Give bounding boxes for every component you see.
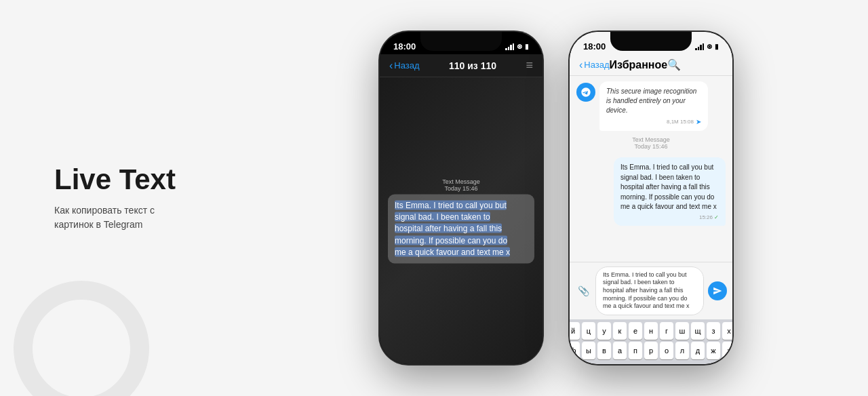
phone2-status-bar: 18:00 ⊛ ▮ [570,32,732,54]
send-icon [713,286,722,296]
phone1-frame: 18:00 ⊛ ▮ ‹ [380,32,542,364]
phone2-battery-icon: ▮ [715,43,719,50]
phone1-status-bar: 18:00 ⊛ ▮ [380,32,542,54]
key-в[interactable]: в [597,342,611,359]
phone1-highlight4: morning. If possible can you do [395,235,507,245]
key-г[interactable]: г [660,322,673,340]
phone2-search-icon[interactable]: 🔍 [667,58,681,71]
phone2-input-text: Its Emma. I tried to call you but signal… [603,271,696,311]
phone2-checkmark: ✓ [714,214,719,220]
phone2-msg-time: 15:26 ✓ [620,214,719,220]
phone1-msg-bubble: Its Emma. I tried to call you but signal… [388,194,534,264]
phone2-back-button[interactable]: ‹ Назад [579,60,610,71]
phone1-back-label: Назад [394,60,419,71]
keyboard-row-1: й ц у к е н г ш щ з х [571,322,731,340]
phone2-info-meta: 8,1M 15:08 ➤ [606,118,701,125]
key-ш[interactable]: ш [675,322,689,340]
key-э[interactable]: э [722,342,732,359]
left-section: Live Text Как копировать текст с картино… [0,0,244,396]
phone1-highlight5: me a quick favour and text me x [395,248,510,257]
key-щ[interactable]: щ [691,322,705,340]
phone1-signal [505,43,514,50]
key-д[interactable]: д [691,342,705,359]
phone2-input-row: 📎 Its Emma. I tried to call you but sign… [575,266,727,315]
phone1-image-placeholder: Text Message Today 15:46 Its Emma. I tri… [380,77,542,364]
phone1-back-button[interactable]: ‹ Назад [389,60,420,71]
key-ф[interactable]: ф [570,342,580,359]
phone2-frame: 18:00 ⊛ ▮ ‹ [570,32,732,364]
key-й[interactable]: й [570,322,580,340]
decorative-circle [14,281,149,396]
phone2-signal [695,43,704,50]
phone2-info-bubble: This secure image recognition is handled… [576,81,726,131]
phone2-input-field[interactable]: Its Emma. I tried to call you but signal… [595,266,704,315]
phone2-input-area: 📎 Its Emma. I tried to call you but sign… [570,262,732,319]
key-ы[interactable]: ы [582,342,595,359]
key-з[interactable]: з [707,322,720,340]
phone2-msg-right: Its Emma. I tried to call you but signal… [576,157,726,226]
phone1-time: 18:00 [393,41,416,52]
phones-section: 18:00 ⊛ ▮ ‹ [244,0,868,396]
key-н[interactable]: н [644,322,658,340]
key-о[interactable]: о [660,342,673,359]
phone1-wrapper: 18:00 ⊛ ▮ ‹ [380,32,542,364]
phone2-back-label: Назад [584,60,609,70]
phone1-battery-icon: ▮ [525,43,529,50]
phone1-status-icons: ⊛ ▮ [505,43,529,50]
phone2-msg-source-label: Text Message Today 15:46 [632,136,670,150]
phone2-wrapper: 18:00 ⊛ ▮ ‹ [570,32,732,364]
phone1-highlight1: Its Emma. I tried to call you but [395,200,507,210]
phone1-nav-title: 110 из 110 [420,60,526,71]
phone1-back-chevron: ‹ [389,60,393,71]
key-п[interactable]: п [629,342,642,359]
phone1-highlight3: hospital after having a fall this [395,224,502,233]
phone1-msg-label: Text Message Today 15:46 [388,178,534,191]
key-а[interactable]: а [613,342,627,359]
phone1-nav-bar: ‹ Назад 110 из 110 ≡ [380,54,542,77]
phone2-status-icons: ⊛ ▮ [695,43,719,50]
phone1-msg-text[interactable]: Its Emma. I tried to call you but signal… [395,199,528,258]
phone2-info-text: This secure image recognition is handled… [606,87,701,115]
phone1-highlight2: signal bad. I been taken to [395,212,490,221]
phone1-screen: 18:00 ⊛ ▮ ‹ [380,32,542,364]
phone1-wifi-icon: ⊛ [517,43,522,50]
key-л[interactable]: л [675,342,689,359]
key-у[interactable]: у [597,322,611,340]
phone2-info-meta-text: 8,1M 15:08 [667,119,694,125]
phone2-nav-bar: ‹ Назад Избранное 🔍 [570,54,732,76]
phone2-msg-bubble-right: Its Emma. I tried to call you but signal… [614,157,726,226]
key-ц[interactable]: ц [582,322,595,340]
page-wrapper: Live Text Как копировать текст с картино… [0,0,868,396]
key-к[interactable]: к [613,322,627,340]
phone2-send-button[interactable] [708,281,727,300]
phone1-image-area: Text Message Today 15:46 Its Emma. I tri… [380,77,542,364]
phone2-msg-text: Its Emma. I tried to call you but signal… [620,163,719,212]
phone2-tg-avatar [576,83,595,102]
phone2-time: 18:00 [583,41,606,52]
phone2-wifi-icon: ⊛ [707,43,712,50]
key-ж[interactable]: ж [707,342,720,359]
phone2-screen: 18:00 ⊛ ▮ ‹ [570,32,732,364]
page-subtitle: Как копировать текст с картинок в Telegr… [54,203,190,232]
key-х[interactable]: х [722,322,732,340]
key-р[interactable]: р [644,342,658,359]
page-title: Live Text [54,164,244,195]
telegram-icon [580,87,591,98]
phone2-back-chevron: ‹ [579,60,583,71]
phone2-chat-area: This secure image recognition is handled… [570,76,732,262]
phone2-nav-title: Избранное [610,59,668,71]
phone2-forward-icon: ➤ [696,118,701,125]
phone2-attach-button[interactable]: 📎 [575,283,591,299]
phone1-text-message-box: Text Message Today 15:46 Its Emma. I tri… [388,178,534,264]
phone2-info-bubble-content: This secure image recognition is handled… [599,81,708,131]
keyboard-row-2: ф ы в а п р о л д ж э [571,342,731,359]
phone2-msg-label-area: Text Message Today 15:46 [576,136,726,152]
key-е[interactable]: е [629,322,642,340]
phone1-nav-action[interactable]: ≡ [526,58,533,73]
phone2-keyboard: й ц у к е н г ш щ з х [570,319,732,364]
